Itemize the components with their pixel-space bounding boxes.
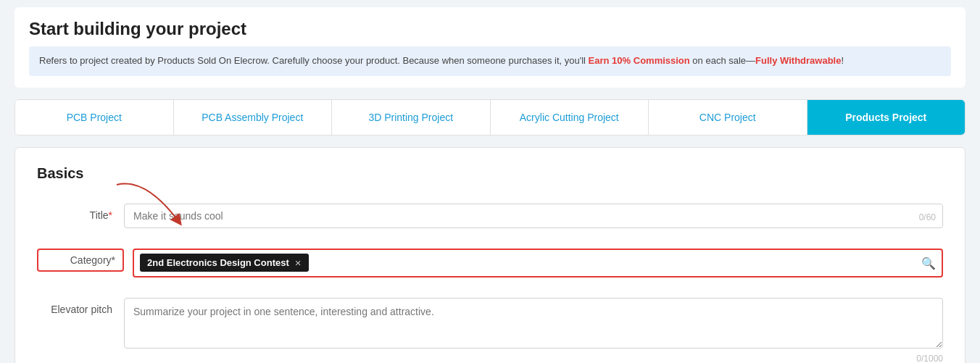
category-input-wrap[interactable]: 2nd Electronics Design Contest × 🔍 bbox=[133, 249, 943, 278]
elevator-textarea[interactable] bbox=[124, 298, 943, 349]
category-tag: 2nd Electronics Design Contest × bbox=[140, 254, 309, 272]
section-title: Basics bbox=[37, 165, 943, 182]
tabs-row: PCB Project PCB Assembly Project 3D Prin… bbox=[15, 100, 965, 135]
category-form-group: Category* 2nd Electronics Design Contest… bbox=[37, 249, 943, 278]
page-wrapper: Start building your project Refers to pr… bbox=[0, 0, 980, 363]
tab-products-project[interactable]: Products Project bbox=[807, 100, 966, 135]
tab-cnc-project[interactable]: CNC Project bbox=[649, 100, 807, 135]
page-title: Start building your project bbox=[29, 19, 951, 39]
elevator-char-count: 0/1000 bbox=[124, 354, 943, 363]
search-icon[interactable]: 🔍 bbox=[921, 256, 936, 270]
info-box: Refers to project created by Products So… bbox=[29, 46, 951, 76]
title-label: Title* bbox=[37, 204, 124, 221]
tab-3d-printing-project[interactable]: 3D Printing Project bbox=[332, 100, 491, 135]
tab-pcb-assembly-project[interactable]: PCB Assembly Project bbox=[174, 100, 333, 135]
tab-pcb-project[interactable]: PCB Project bbox=[15, 100, 174, 135]
info-highlight-commission: Earn 10% Commission bbox=[589, 55, 690, 66]
tabs-section: PCB Project PCB Assembly Project 3D Prin… bbox=[14, 99, 966, 135]
header-section: Start building your project Refers to pr… bbox=[14, 7, 966, 88]
info-text-1: Refers to project created by Products So… bbox=[39, 55, 589, 66]
title-input-wrap: 0/60 bbox=[124, 204, 943, 228]
main-section: Basics Title* 0/60 Cat bbox=[14, 147, 966, 363]
title-input[interactable] bbox=[124, 204, 943, 228]
elevator-input-wrap: 0/1000 bbox=[124, 298, 943, 363]
category-tag-label: 2nd Electronics Design Contest bbox=[147, 257, 289, 268]
title-char-count: 0/60 bbox=[919, 212, 936, 222]
category-tag-close-icon[interactable]: × bbox=[295, 256, 302, 269]
tab-acrylic-cutting-project[interactable]: Acrylic Cutting Project bbox=[491, 100, 649, 135]
title-form-group: Title* 0/60 bbox=[37, 204, 943, 228]
category-label: Category* bbox=[37, 249, 124, 272]
elevator-label: Elevator pitch bbox=[37, 298, 124, 315]
info-text-2: on each sale— bbox=[690, 55, 755, 66]
info-highlight-withdraw: Fully Withdrawable bbox=[755, 55, 841, 66]
info-text-3: ! bbox=[841, 55, 844, 66]
elevator-form-group: Elevator pitch 0/1000 bbox=[37, 298, 943, 363]
